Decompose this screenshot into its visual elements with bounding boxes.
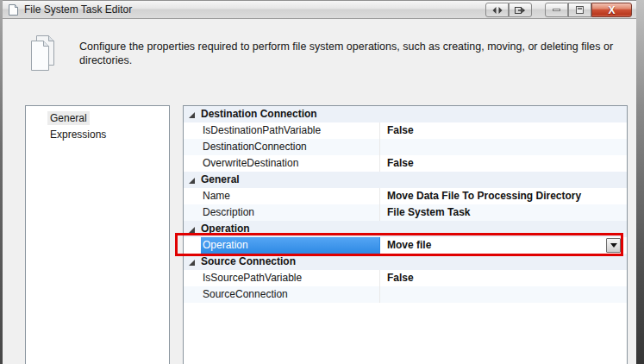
- category-row[interactable]: General: [184, 172, 627, 188]
- row-gutter: [184, 155, 201, 172]
- property-name[interactable]: IsSourcePathVariable: [201, 270, 380, 286]
- page-list: GeneralExpressions: [25, 105, 170, 364]
- property-row[interactable]: OverwriteDestinationFalse: [184, 155, 627, 172]
- property-value[interactable]: [380, 139, 627, 155]
- property-row[interactable]: DestinationConnection: [184, 139, 627, 155]
- maximize-button[interactable]: [568, 3, 591, 17]
- chevron-down-icon: [610, 243, 617, 248]
- category-gutter: [184, 172, 201, 188]
- property-name[interactable]: IsDestinationPathVariable: [201, 122, 380, 139]
- category-label: Operation: [201, 221, 250, 237]
- property-name[interactable]: SourceConnection: [201, 286, 380, 303]
- close-icon: X: [608, 5, 615, 16]
- sidebar-item-label: General: [47, 111, 90, 125]
- file-system-task-editor-window: File System Task Editor: [0, 0, 644, 364]
- property-grid: Destination ConnectionIsDestinationPathV…: [183, 105, 628, 364]
- property-value[interactable]: False: [380, 270, 627, 286]
- row-gutter: [184, 286, 201, 303]
- property-name[interactable]: Description: [201, 204, 380, 221]
- property-value[interactable]: [380, 286, 627, 303]
- window-border-right: [636, 0, 644, 364]
- category-expander-icon[interactable]: [189, 227, 195, 233]
- property-value[interactable]: False: [380, 155, 627, 172]
- property-value[interactable]: Move file: [380, 237, 627, 254]
- category-gutter: [184, 106, 201, 122]
- category-gutter: [184, 254, 201, 270]
- row-gutter: [184, 237, 201, 254]
- documents-icon: [28, 35, 58, 72]
- category-expander-icon[interactable]: [189, 260, 195, 266]
- category-row[interactable]: Source Connection: [184, 254, 627, 270]
- property-row[interactable]: IsDestinationPathVariableFalse: [184, 122, 627, 139]
- row-gutter: [184, 122, 201, 139]
- property-name[interactable]: DestinationConnection: [201, 139, 380, 155]
- row-gutter: [184, 270, 201, 286]
- category-expander-icon[interactable]: [189, 112, 195, 118]
- property-row[interactable]: IsSourcePathVariableFalse: [184, 270, 627, 286]
- window-title: File System Task Editor: [24, 3, 132, 16]
- sidebar-item-label: Expressions: [47, 128, 109, 141]
- category-label: General: [201, 172, 240, 188]
- minimize-icon: [553, 9, 560, 11]
- property-name[interactable]: Name: [201, 188, 380, 204]
- row-gutter: [184, 204, 201, 221]
- undock-arrow-icon: [515, 6, 526, 15]
- window-document-icon: [8, 3, 19, 16]
- property-row[interactable]: NameMove Data File To Processing Directo…: [184, 188, 627, 204]
- sidebar-item-expressions[interactable]: Expressions: [26, 127, 169, 143]
- close-button[interactable]: X: [591, 3, 632, 17]
- dialog-header: Configure the properties required to per…: [28, 35, 614, 72]
- property-name[interactable]: Operation: [201, 237, 380, 254]
- category-row[interactable]: Operation: [184, 221, 627, 237]
- left-right-arrows-icon: [492, 7, 503, 14]
- property-name[interactable]: OverwriteDestination: [201, 155, 380, 172]
- row-gutter: [184, 188, 201, 204]
- category-label: Destination Connection: [201, 106, 317, 122]
- category-gutter: [184, 221, 201, 237]
- titlebar: File System Task Editor: [0, 0, 644, 19]
- dialog-description: Configure the properties required to per…: [79, 40, 614, 72]
- property-row[interactable]: SourceConnection: [184, 286, 627, 303]
- property-row[interactable]: DescriptionFile System Task: [184, 204, 627, 221]
- property-value[interactable]: False: [380, 122, 627, 139]
- caption-buttons: X: [485, 3, 632, 17]
- window-border-left: [0, 0, 3, 364]
- maximize-icon: [576, 6, 584, 14]
- category-expander-icon[interactable]: [189, 178, 195, 184]
- minimize-button[interactable]: [545, 3, 568, 17]
- property-row[interactable]: OperationMove file: [184, 237, 627, 254]
- dock-arrows-button[interactable]: [485, 3, 509, 17]
- property-value[interactable]: Move Data File To Processing Directory: [380, 188, 627, 204]
- undock-button[interactable]: [509, 3, 532, 17]
- operation-dropdown-button[interactable]: [606, 238, 621, 253]
- sidebar-item-general[interactable]: General: [26, 110, 169, 127]
- category-label: Source Connection: [201, 254, 296, 270]
- property-value[interactable]: File System Task: [380, 204, 627, 221]
- row-gutter: [184, 139, 201, 155]
- category-row[interactable]: Destination Connection: [184, 106, 627, 122]
